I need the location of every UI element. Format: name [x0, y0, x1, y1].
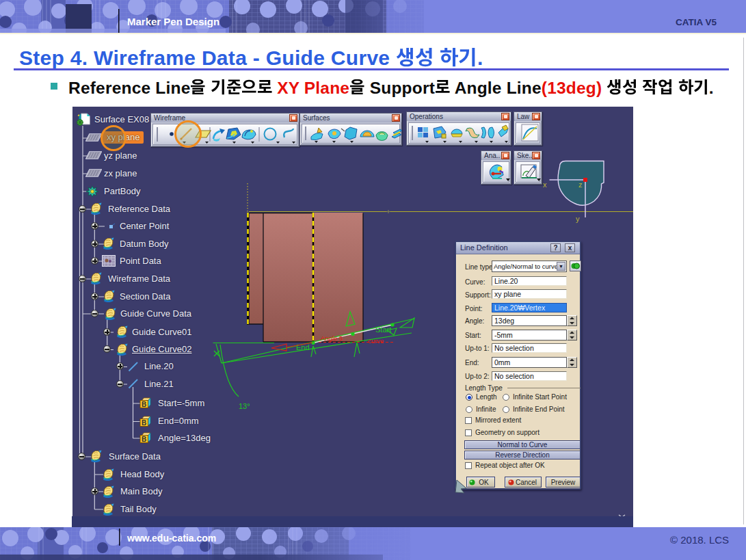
svg-text:y: y — [576, 215, 580, 223]
svg-text:Angle 5: Angle 5 — [321, 334, 343, 342]
svg-text:13°: 13° — [239, 402, 250, 410]
svg-text:x: x — [543, 181, 547, 189]
svg-text:z: z — [578, 181, 583, 189]
svg-text:curve: curve — [368, 337, 384, 345]
svg-text:Start: Start — [375, 325, 391, 334]
